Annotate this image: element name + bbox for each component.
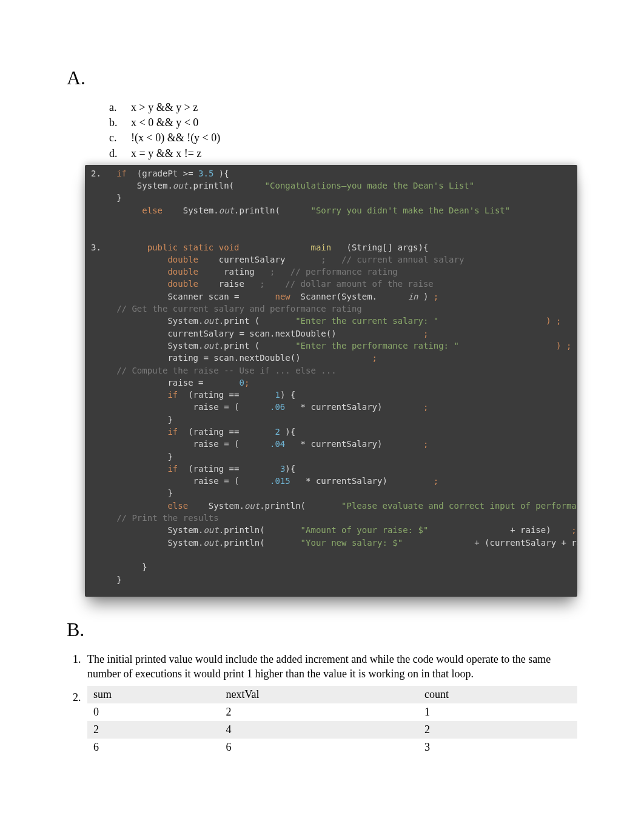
code-text: .println(: [219, 525, 265, 535]
semicolon: ;: [372, 353, 377, 363]
semicolon: ;: [434, 476, 438, 486]
keyword-if: if: [116, 169, 127, 178]
expr-item-d: d. x = y && x != z: [109, 146, 577, 161]
code-text: .println(: [188, 181, 234, 190]
code-text: System.: [91, 341, 203, 350]
col-nextval: nextVal: [220, 686, 418, 703]
list-marker: b.: [109, 115, 120, 130]
expr-text: x = y && x != z: [131, 146, 201, 161]
b-item-2: sum nextVal count 0 2 1 2 4 2 6 6 3: [84, 686, 577, 756]
cell: 1: [418, 703, 577, 721]
paren: ): [556, 341, 561, 350]
out-member: out: [173, 181, 188, 190]
out-member: out: [219, 206, 234, 215]
keyword-double: double: [167, 267, 198, 277]
table-row: 0 2 1: [87, 703, 577, 721]
code-text: }: [91, 488, 173, 498]
code-text: (rating ==: [178, 390, 244, 400]
expr-text: x < 0 && y < 0: [131, 115, 198, 130]
out-member: out: [203, 525, 218, 535]
list-marker: d.: [109, 146, 120, 161]
expr-text: x > y && y > z: [131, 100, 198, 115]
col-sum: sum: [87, 686, 220, 703]
code-text: raise =: [91, 378, 209, 387]
string-literal: "Your new salary: $": [301, 538, 403, 548]
semicolon: ;: [571, 525, 576, 535]
code-text: }: [91, 452, 173, 461]
code-text: ){: [213, 169, 229, 178]
col-count: count: [418, 686, 577, 703]
number-literal: 0: [239, 378, 244, 387]
section-a-heading: A.: [67, 67, 577, 89]
semicolon: ;: [423, 439, 428, 449]
code-text: .println(: [234, 206, 280, 215]
out-member: out: [244, 501, 260, 511]
string-literal: "Please evaluate and correct input of pe…: [341, 501, 577, 511]
expr-text: !(x < 0) && !(y < 0): [131, 130, 220, 146]
code-text: System.: [91, 538, 203, 548]
number-literal: 2: [275, 427, 280, 437]
keyword-if: if: [167, 390, 178, 400]
code-text: ){: [280, 427, 295, 437]
code-text: raise = (: [91, 439, 239, 449]
code-text: raise = (: [91, 402, 239, 412]
number-literal: 1: [275, 390, 280, 400]
string-literal: "Enter the performance rating: ": [295, 341, 459, 350]
code-line-number: 2.: [91, 169, 101, 178]
code-text: * currentSalary): [285, 439, 382, 449]
cell: 2: [418, 721, 577, 739]
keyword-if: if: [167, 464, 178, 474]
code-text: raise: [198, 279, 260, 289]
string-literal: "Amount of your raise: $": [301, 525, 429, 535]
b-item-1: The initial printed value would include …: [84, 652, 577, 682]
code-text: ) {: [280, 390, 295, 400]
semicolon: ;: [556, 316, 561, 326]
code-text: System.: [91, 181, 173, 190]
cell: 2: [87, 721, 220, 739]
comment: ; // dollar amount of the raise: [260, 279, 434, 289]
code-text: (String[] args){: [331, 243, 428, 252]
semicolon: ;: [244, 378, 249, 387]
code-text: (gradePt >=: [127, 169, 198, 178]
code-text: (rating ==: [178, 427, 244, 437]
comment: ; // performance rating: [270, 267, 398, 277]
list-marker: a.: [109, 100, 120, 115]
code-line-number: 3.: [91, 243, 101, 252]
main-fn: main: [310, 243, 331, 252]
cell: 4: [220, 721, 418, 739]
code-text: * currentSalary): [285, 402, 382, 412]
list-marker: c.: [109, 130, 120, 146]
keyword-double: double: [167, 279, 198, 289]
code-text: System.: [91, 525, 203, 535]
cell: 3: [418, 739, 577, 756]
code-text: System.: [163, 206, 219, 215]
string-literal: "Sorry you didn't make the Dean's List": [310, 206, 510, 215]
cell: 0: [87, 703, 220, 721]
keyword-if: if: [167, 427, 178, 437]
table-header-row: sum nextVal count: [87, 686, 577, 703]
number-literal: .04: [270, 439, 285, 449]
cell: 6: [220, 739, 418, 756]
code-text: Scanner scan =: [91, 292, 244, 301]
keyword-double: double: [167, 255, 198, 264]
keyword-new: new: [275, 292, 290, 301]
table-row: 6 6 3: [87, 739, 577, 756]
keyword-else: else: [167, 501, 188, 511]
code-text: Scanner(System.: [290, 292, 377, 301]
string-literal: "Congatulations—you made the Dean's List…: [265, 181, 475, 190]
expr-item-c: c. !(x < 0) && !(y < 0): [109, 130, 577, 146]
string-literal: "Enter the current salary: ": [295, 316, 438, 326]
code-text: (rating ==: [178, 464, 244, 474]
code-text: raise = (: [91, 476, 239, 486]
trace-table: sum nextVal count 0 2 1 2 4 2 6 6 3: [87, 686, 577, 756]
out-member: out: [203, 341, 218, 350]
keyword-psv: public static void: [147, 243, 240, 252]
cell: 2: [220, 703, 418, 721]
expr-item-b: b. x < 0 && y < 0: [109, 115, 577, 130]
code-text: currentSalary: [198, 255, 285, 264]
semicolon: ;: [434, 292, 438, 301]
comment: // Print the results: [116, 513, 219, 523]
code-text: .println(: [219, 538, 265, 548]
code-text: .println(: [260, 501, 306, 511]
number-literal: .015: [270, 476, 290, 486]
